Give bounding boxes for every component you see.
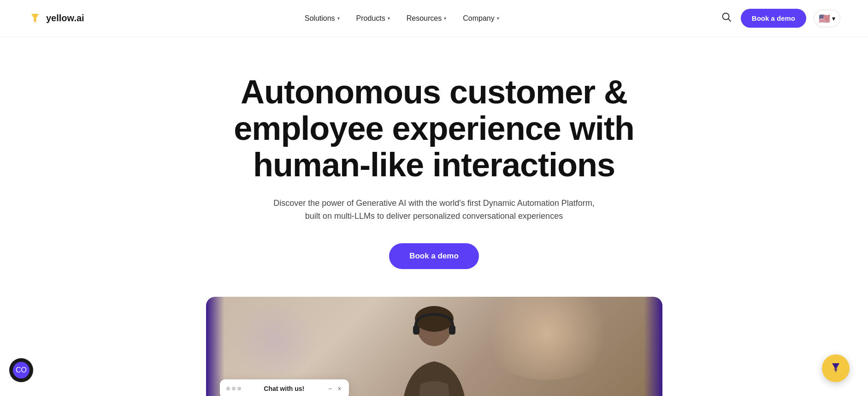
language-selector[interactable]: 🇺🇸 ▾ xyxy=(814,10,840,27)
svg-rect-3 xyxy=(413,325,419,335)
toggle-icon: CO xyxy=(16,366,27,374)
chat-widget-header: Chat with us! − × xyxy=(220,379,349,396)
chevron-down-icon: ▾ xyxy=(444,16,446,21)
hero-title: Autonomous customer & employee experienc… xyxy=(227,74,642,184)
chat-minimize-button[interactable]: − xyxy=(327,384,333,393)
book-demo-button-nav[interactable]: Book a demo xyxy=(741,9,806,28)
chevron-down-icon: ▾ xyxy=(388,16,390,21)
navbar-actions: Book a demo 🇺🇸 ▾ xyxy=(720,9,840,28)
bg-light-1 xyxy=(478,297,616,380)
chat-dot-3 xyxy=(237,387,241,390)
floating-chat-widget[interactable] xyxy=(822,354,850,382)
logo-area[interactable]: yellow.ai xyxy=(28,11,84,26)
navbar: yellow.ai Solutions ▾ Products ▾ Resourc… xyxy=(0,0,868,37)
chat-dot-1 xyxy=(226,387,230,390)
yellow-ai-float-icon xyxy=(828,361,843,376)
flag-icon: 🇺🇸 xyxy=(819,13,830,24)
nav-products[interactable]: Products ▾ xyxy=(356,14,390,23)
book-demo-button-hero[interactable]: Book a demo xyxy=(389,243,479,269)
logo-text: yellow.ai xyxy=(46,13,84,24)
chat-dots xyxy=(226,387,241,390)
chat-close-button[interactable]: × xyxy=(337,384,342,393)
svg-rect-4 xyxy=(449,325,455,335)
nav-company[interactable]: Company ▾ xyxy=(463,14,499,23)
chat-dot-2 xyxy=(232,387,236,390)
search-button[interactable] xyxy=(720,10,733,26)
hero-subtitle: Discover the power of Generative AI with… xyxy=(273,197,596,223)
chat-controls: − × xyxy=(327,384,342,393)
nav-links: Solutions ▾ Products ▾ Resources ▾ Compa… xyxy=(305,14,499,23)
bg-light-2 xyxy=(229,306,321,375)
hero-visual: Chat with us! − × xyxy=(206,297,662,396)
chat-widget-title: Chat with us! xyxy=(264,385,304,392)
yellow-ai-logo-mark xyxy=(28,11,42,26)
person-silhouette xyxy=(388,301,480,396)
chevron-down-icon: ▾ xyxy=(497,16,499,21)
toggle-circle: CO xyxy=(13,362,30,378)
hero-section: Autonomous customer & employee experienc… xyxy=(0,37,868,396)
lang-chevron: ▾ xyxy=(832,15,835,22)
bottom-toggle-button[interactable]: CO xyxy=(9,358,33,382)
nav-solutions[interactable]: Solutions ▾ xyxy=(305,14,340,23)
chat-widget: Chat with us! − × xyxy=(220,379,349,396)
sidebar-right-gradient xyxy=(644,297,662,396)
search-icon xyxy=(721,12,732,22)
nav-resources[interactable]: Resources ▾ xyxy=(407,14,446,23)
chevron-down-icon: ▾ xyxy=(337,16,340,21)
